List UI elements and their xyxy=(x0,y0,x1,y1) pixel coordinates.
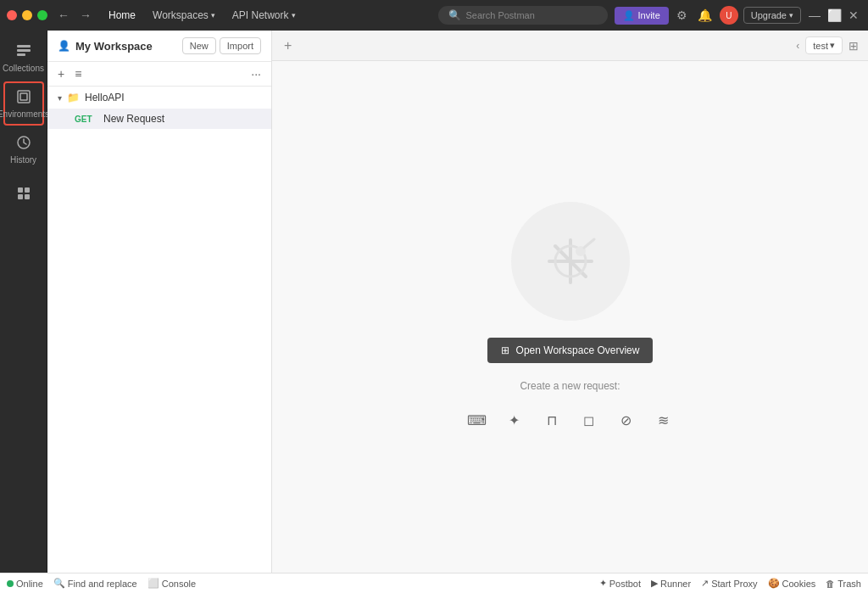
apps-icon xyxy=(15,185,32,204)
proxy-item[interactable]: ↗ Start Proxy xyxy=(701,578,757,589)
find-replace-label: Find and replace xyxy=(68,579,137,589)
tab-dropdown: ‹ xyxy=(793,37,802,54)
notifications-button[interactable]: 🔔 xyxy=(695,6,715,25)
open-workspace-overview-button[interactable]: ⊞ Open Workspace Overview xyxy=(487,338,654,363)
nav-controls: ← → xyxy=(54,7,95,24)
workspaces-label: Workspaces xyxy=(153,9,209,21)
more-options-button[interactable]: ··· xyxy=(248,65,264,82)
nav-back-button[interactable]: ← xyxy=(54,7,73,24)
tab-bar: + ‹ test ▾ ⊞ xyxy=(272,31,868,61)
collection-folder-icon: 📁 xyxy=(67,92,80,103)
import-button[interactable]: Import xyxy=(220,37,261,54)
collections-icon xyxy=(15,42,32,62)
icon-sidebar: Collections Environments History xyxy=(0,31,47,573)
postbot-label: Postbot xyxy=(609,579,641,589)
tab-chevron-left-button[interactable]: ‹ xyxy=(793,37,802,54)
console-icon: ⬜ xyxy=(147,578,159,589)
minimize-button[interactable] xyxy=(22,10,32,20)
search-icon: 🔍 xyxy=(448,9,461,21)
svg-rect-3 xyxy=(18,91,30,103)
api-network-label: API Network xyxy=(232,9,289,21)
environments-label: Environments xyxy=(0,109,49,119)
find-replace-item[interactable]: 🔍 Find and replace xyxy=(53,578,137,589)
sidebar-item-apps[interactable] xyxy=(3,180,44,210)
welcome-icon xyxy=(511,202,630,321)
api-network-menu-item[interactable]: API Network ▾ xyxy=(225,7,303,24)
new-button[interactable]: New xyxy=(182,37,216,54)
invite-button[interactable]: 👤 Invite xyxy=(615,7,669,25)
find-replace-icon: 🔍 xyxy=(53,578,65,589)
svg-line-15 xyxy=(584,239,594,248)
cookies-icon: 🍪 xyxy=(768,578,780,589)
console-item[interactable]: ⬜ Console xyxy=(147,578,196,589)
environment-selector[interactable]: test ▾ xyxy=(805,36,843,54)
postbot-item[interactable]: ✦ Postbot xyxy=(599,578,641,589)
search-placeholder: Search Postman xyxy=(466,10,535,20)
sidebar-item-environments[interactable]: Environments xyxy=(3,81,44,126)
win-minimize-button[interactable]: — xyxy=(806,6,823,25)
panel-header: 👤 My Workspace New Import xyxy=(47,31,271,62)
titlebar: ← → Home Workspaces ▾ API Network ▾ 🔍 Se… xyxy=(0,0,868,31)
titlebar-actions: 👤 Invite ⚙ 🔔 U Upgrade ▾ — ⬜ ✕ xyxy=(615,6,862,25)
settings-button[interactable]: ⚙ xyxy=(674,6,690,25)
svg-rect-7 xyxy=(25,187,30,193)
status-bar: Online 🔍 Find and replace ⬜ Console ✦ Po… xyxy=(0,573,868,593)
graphql-icon: ✦ xyxy=(503,409,526,433)
svg-rect-9 xyxy=(25,194,30,199)
create-mqtt-item[interactable]: ≋ xyxy=(652,409,676,433)
close-button[interactable] xyxy=(7,10,17,20)
api-network-chevron-icon: ▾ xyxy=(292,11,296,20)
add-collection-button[interactable]: + xyxy=(54,65,68,82)
request-item-new-request[interactable]: GET New Request xyxy=(47,109,271,129)
create-websocket-item[interactable]: ◻ xyxy=(577,409,601,433)
search-bar[interactable]: 🔍 Search Postman xyxy=(438,6,608,25)
filter-button[interactable]: ≡ xyxy=(71,65,85,82)
trash-icon: 🗑 xyxy=(826,579,835,589)
request-name: New Request xyxy=(103,113,164,125)
upgrade-button[interactable]: Upgrade ▾ xyxy=(743,7,801,24)
win-maximize-button[interactable]: ⬜ xyxy=(825,6,844,25)
postbot-icon: ✦ xyxy=(599,578,607,589)
maximize-button[interactable] xyxy=(37,10,47,20)
welcome-area: ⊞ Open Workspace Overview Create a new r… xyxy=(272,61,868,573)
create-graphql-item[interactable]: ✦ xyxy=(503,409,526,433)
create-http-item[interactable]: ⌨ xyxy=(465,409,489,433)
home-menu-item[interactable]: Home xyxy=(102,7,142,24)
create-grpc-item[interactable]: ⊓ xyxy=(540,409,564,433)
workspaces-menu-item[interactable]: Workspaces ▾ xyxy=(146,7,222,24)
create-socketio-item[interactable]: ⊘ xyxy=(615,409,638,433)
window-controls xyxy=(7,10,47,20)
collection-name: HelloAPI xyxy=(85,92,125,103)
runner-item[interactable]: ▶ Runner xyxy=(651,578,691,589)
http-icon: ⌨ xyxy=(465,409,489,433)
cookies-label: Cookies xyxy=(782,579,816,589)
sidebar-item-history[interactable]: History xyxy=(3,129,44,170)
window-minimize-maximize: — ⬜ ✕ xyxy=(806,6,861,25)
open-overview-label: Open Workspace Overview xyxy=(516,344,640,356)
mqtt-icon: ≋ xyxy=(652,409,676,433)
panel-area: 👤 My Workspace New Import + ≡ ··· ▾ 📁 He… xyxy=(47,31,272,573)
collection-item-helloapi[interactable]: ▾ 📁 HelloAPI xyxy=(47,87,271,109)
add-tab-button[interactable]: + xyxy=(279,36,297,55)
invite-label: Invite xyxy=(638,10,660,20)
workspace-grid-button[interactable]: ⊞ xyxy=(846,36,861,55)
trash-label: Trash xyxy=(837,579,861,589)
invite-icon: 👤 xyxy=(623,10,635,21)
workspaces-chevron-icon: ▾ xyxy=(211,11,215,20)
online-status[interactable]: Online xyxy=(7,579,43,589)
history-label: History xyxy=(10,155,36,165)
create-icons: ⌨ ✦ ⊓ ◻ ⊘ ≋ xyxy=(465,409,676,433)
console-label: Console xyxy=(162,579,196,589)
win-close-button[interactable]: ✕ xyxy=(846,6,861,25)
cookies-item[interactable]: 🍪 Cookies xyxy=(768,578,816,589)
collections-label: Collections xyxy=(3,64,44,73)
trash-item[interactable]: 🗑 Trash xyxy=(826,579,861,589)
avatar-button[interactable]: U xyxy=(720,6,738,25)
svg-rect-2 xyxy=(17,53,25,56)
main-layout: Collections Environments History xyxy=(0,31,868,573)
sidebar-item-collections[interactable]: Collections xyxy=(3,37,44,78)
proxy-label: Start Proxy xyxy=(711,579,757,589)
panel-header-actions: New Import xyxy=(182,37,261,54)
nav-forward-button[interactable]: → xyxy=(76,7,95,24)
socketio-icon: ⊘ xyxy=(615,409,638,433)
